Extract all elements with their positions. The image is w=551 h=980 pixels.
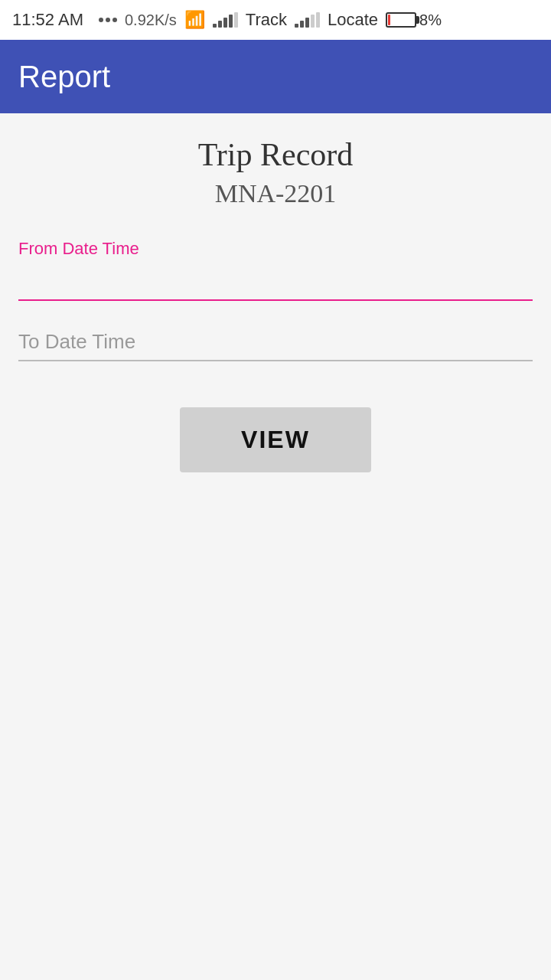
battery-container: 8% <box>386 11 442 29</box>
from-date-label: From Date Time <box>18 239 533 259</box>
status-bar: 11:52 AM 0.92K/s 📶 Track Locate 8% <box>0 0 551 40</box>
view-button[interactable]: VIEW <box>180 407 371 472</box>
battery-fill <box>388 15 390 25</box>
from-date-input[interactable] <box>18 263 533 301</box>
main-content: Trip Record MNA-2201 From Date Time VIEW <box>0 113 551 980</box>
locate-label: Locate <box>328 10 378 30</box>
track-label: Track <box>246 10 287 30</box>
view-button-container: VIEW <box>18 407 533 472</box>
to-date-input[interactable] <box>18 324 533 361</box>
signal-icon-2 <box>295 12 320 28</box>
status-time: 11:52 AM <box>12 10 83 30</box>
from-date-section: From Date Time <box>18 239 533 301</box>
vehicle-id: MNA-2201 <box>18 179 533 208</box>
battery-icon <box>386 12 416 28</box>
app-bar-title: Report <box>18 60 110 94</box>
page-title: Trip Record <box>18 136 533 173</box>
network-dots-icon <box>99 18 117 22</box>
network-speed: 0.92K/s <box>125 11 177 29</box>
wifi-icon: 📶 <box>184 10 205 30</box>
to-date-section <box>18 324 533 361</box>
signal-icon-1 <box>213 12 238 28</box>
page-title-section: Trip Record MNA-2201 <box>18 136 533 208</box>
battery-percent: 8% <box>419 11 442 29</box>
app-bar: Report <box>0 40 551 113</box>
